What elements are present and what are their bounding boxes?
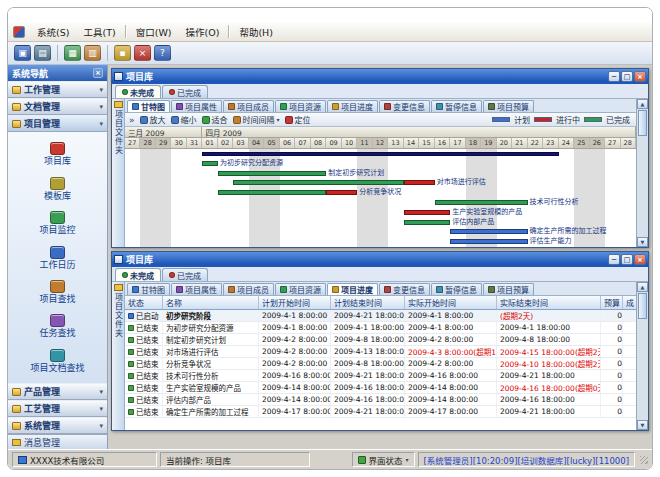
tab[interactable]: 变更信息 xyxy=(379,283,430,295)
tab[interactable]: 项目成员 xyxy=(223,100,274,112)
tab[interactable]: 项目进度 xyxy=(327,100,378,112)
tab[interactable]: 项目成员 xyxy=(223,283,274,295)
scroll-up-icon[interactable]: ▲ xyxy=(637,282,648,292)
tab[interactable]: 甘特图 xyxy=(127,100,170,112)
table-row[interactable]: 已结束分析竞争状况2009-4-2 8:00:002009-4-8 18:00:… xyxy=(125,358,636,370)
tab[interactable]: 项目预算 xyxy=(483,100,534,112)
fit-button[interactable]: 适合 xyxy=(202,114,228,125)
sidebar-group[interactable]: 系统管理▾ xyxy=(8,417,107,434)
menu-item[interactable]: 操作(O) xyxy=(178,24,226,40)
tab[interactable]: 项目属性 xyxy=(171,283,222,295)
save-icon[interactable]: ▣ xyxy=(14,45,31,61)
column-header[interactable]: 预算 xyxy=(601,296,623,309)
maximize-button[interactable]: □ xyxy=(621,254,633,265)
time-interval-button[interactable]: 时间间隔▾ xyxy=(233,114,280,125)
tile-windows-icon[interactable]: ▥ xyxy=(84,45,101,61)
locate-button[interactable]: 定位 xyxy=(285,114,311,125)
menu-item[interactable]: 工具(T) xyxy=(76,24,122,40)
exit-icon[interactable]: × xyxy=(134,45,151,61)
column-header[interactable]: 状态 xyxy=(125,296,163,309)
minimize-button[interactable]: ─ xyxy=(608,254,620,265)
menu-item[interactable]: 帮助(H) xyxy=(232,24,280,40)
zoom-out-button[interactable]: 缩小 xyxy=(171,114,197,125)
close-button[interactable]: × xyxy=(634,71,646,82)
tab[interactable]: 变更信息 xyxy=(379,100,430,112)
column-header[interactable]: 实际结束时间 xyxy=(497,296,601,309)
sidebar-group[interactable]: 文档管理▾ xyxy=(8,98,107,115)
tab[interactable]: 项目属性 xyxy=(171,100,222,112)
column-header[interactable]: 实际开始时间 xyxy=(405,296,497,309)
table-row[interactable]: 已结束技术可行性分析2009-4-16 8:00:002009-4-21 18:… xyxy=(125,370,636,382)
sidebar-item[interactable]: 任务查找 xyxy=(14,314,102,338)
sidebar-group[interactable]: 工作管理▾ xyxy=(8,81,107,98)
gantt-bar[interactable] xyxy=(233,180,403,185)
menu-item[interactable]: 窗口(W) xyxy=(129,24,179,40)
sidebar-item[interactable]: 项目监控 xyxy=(14,211,102,235)
sidebar-item[interactable]: 工作日历 xyxy=(14,246,102,270)
table-row[interactable]: 已结束生产实验室规模的产品2009-4-14 8:00:002009-4-16 … xyxy=(125,382,636,394)
scrollbar-thumb[interactable] xyxy=(638,110,647,136)
overflow-chevron-icon[interactable]: » xyxy=(129,115,135,125)
sidebar-item[interactable]: 项目库 xyxy=(14,142,102,166)
resize-grip[interactable] xyxy=(640,456,648,464)
minimize-button[interactable]: ─ xyxy=(608,71,620,82)
ui-state-segment[interactable]: 界面状态 ▾ xyxy=(352,452,415,467)
state-tab[interactable]: 已完成 xyxy=(162,85,208,98)
gantt-bar[interactable] xyxy=(202,161,217,166)
table-row[interactable]: 已结束确定生产所需的加工过程2009-4-17 8:00:002009-4-21… xyxy=(125,406,636,418)
gantt-bar[interactable] xyxy=(404,210,450,215)
scroll-down-icon[interactable]: ▼ xyxy=(637,237,648,247)
gantt-bar[interactable] xyxy=(202,152,558,156)
gantt-window-titlebar[interactable]: 项目库 ─ □ × xyxy=(112,69,648,84)
column-header[interactable]: 成 xyxy=(623,296,636,309)
lock-icon[interactable]: ▪ xyxy=(114,45,131,61)
maximize-button[interactable]: □ xyxy=(621,71,633,82)
tab[interactable]: 项目资源 xyxy=(275,100,326,112)
list-window-titlebar[interactable]: 项目库 ─ □ × xyxy=(112,252,648,267)
sidebar-group[interactable]: 工艺管理▾ xyxy=(8,400,107,417)
gantt-bar[interactable] xyxy=(450,229,527,234)
tab[interactable]: 甘特图 xyxy=(127,283,170,295)
vertical-scrollbar[interactable]: ▲ ▼ xyxy=(636,99,648,247)
scroll-down-icon[interactable]: ▼ xyxy=(637,420,648,430)
scroll-up-icon[interactable]: ▲ xyxy=(637,99,648,109)
gantt-bar[interactable] xyxy=(404,180,435,185)
tab[interactable]: 暂停信息 xyxy=(431,283,482,295)
sidebar-group[interactable]: 产品管理▾ xyxy=(8,383,107,400)
table-row[interactable]: 已结束评估内部产品2009-4-14 8:00:002009-4-16 18:0… xyxy=(125,394,636,406)
gantt-bar[interactable] xyxy=(326,190,357,195)
print-icon[interactable]: ▤ xyxy=(34,45,51,61)
tab[interactable]: 暂停信息 xyxy=(431,100,482,112)
tab[interactable]: 项目资源 xyxy=(275,283,326,295)
zoom-in-button[interactable]: 放大 xyxy=(140,114,166,125)
project-folder-tab[interactable]: 项目文件夹 xyxy=(112,99,125,247)
menu-item[interactable]: 系统(S) xyxy=(30,24,76,40)
column-header[interactable]: 计划结束时间 xyxy=(331,296,405,309)
gantt-bar[interactable] xyxy=(218,171,326,176)
table-row[interactable]: 已结束为初步研究分配资源2009-4-1 8:00:002009-4-1 18:… xyxy=(125,322,636,334)
gantt-bar[interactable] xyxy=(218,190,326,195)
table-row[interactable]: 已结束对市场进行评估2009-4-2 8:00:002009-4-13 18:0… xyxy=(125,346,636,358)
help-icon[interactable]: ? xyxy=(154,45,171,61)
sidebar-close-icon[interactable]: × xyxy=(93,68,103,78)
project-folder-tab[interactable]: 项目文件夹 xyxy=(112,282,125,430)
column-header[interactable]: 名称 xyxy=(163,296,259,309)
sidebar-item[interactable]: 模板库 xyxy=(14,177,102,201)
column-header[interactable]: 计划开始时间 xyxy=(259,296,331,309)
state-tab[interactable]: 已完成 xyxy=(162,268,208,281)
table-row[interactable]: 已启动初步研究阶段2009-4-1 8:00:002009-4-21 18:00… xyxy=(125,310,636,322)
tab-message-management[interactable]: 消息管理 xyxy=(8,434,107,449)
sidebar-item[interactable]: 项目查找 xyxy=(14,280,102,304)
cascade-windows-icon[interactable]: ▦ xyxy=(64,45,81,61)
tab[interactable]: 项目预算 xyxy=(483,283,534,295)
scrollbar-thumb[interactable] xyxy=(638,293,647,319)
gantt-bar[interactable] xyxy=(435,200,528,205)
state-tab[interactable]: 未完成 xyxy=(115,85,161,98)
table-row[interactable]: 已结束制定初步研究计划2009-4-2 8:00:002009-4-8 18:0… xyxy=(125,334,636,346)
sidebar-group[interactable]: 项目管理▾ xyxy=(8,115,107,132)
close-button[interactable]: × xyxy=(634,254,646,265)
vertical-scrollbar[interactable]: ▲ ▼ xyxy=(636,282,648,430)
gantt-bar[interactable] xyxy=(450,239,527,244)
gantt-bar[interactable] xyxy=(404,220,450,225)
tab[interactable]: 项目进度 xyxy=(327,283,378,295)
